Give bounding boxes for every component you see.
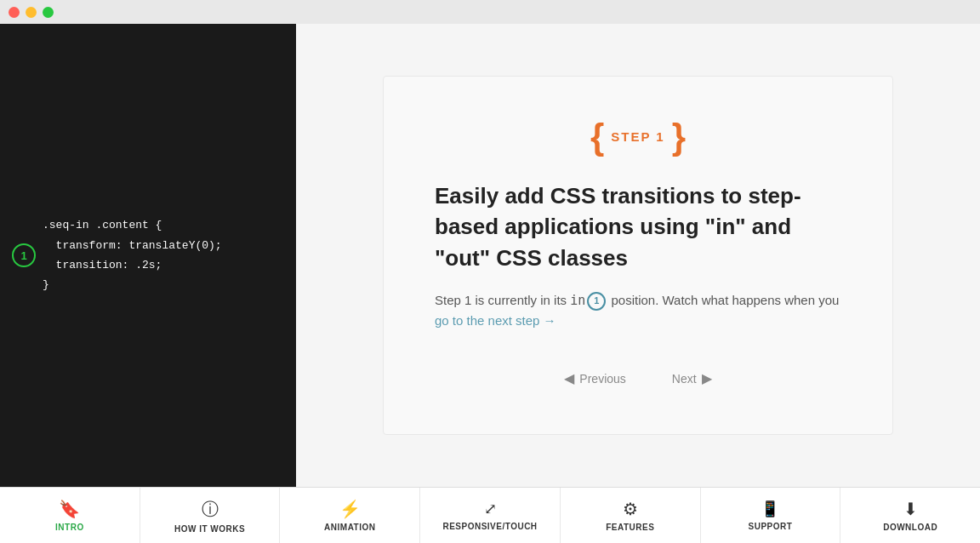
bolt-icon: ⚡: [339, 499, 361, 519]
nav-item-responsive-touch[interactable]: ⤢ RESPONSIVE/TOUCH: [420, 488, 561, 543]
next-label: Next: [672, 372, 697, 386]
minimize-button[interactable]: [26, 7, 37, 18]
card-navigation: ◀ Previous Next ▶: [435, 365, 841, 392]
step-header: { STEP 1 }: [435, 119, 841, 155]
download-icon: ⬇: [903, 499, 918, 519]
card-description: Step 1 is currently in its in1 position.…: [435, 290, 841, 331]
code-line-1: .seq-in .content {: [43, 215, 222, 235]
nav-label-download: DOWNLOAD: [883, 523, 937, 532]
card-title: Easily add CSS transitions to step-based…: [435, 180, 841, 273]
nav-label-support: SUPPORT: [749, 522, 793, 531]
close-button[interactable]: [9, 7, 20, 18]
next-arrow-icon: ▶: [702, 370, 712, 386]
right-panel: { STEP 1 } Easily add CSS transitions to…: [296, 24, 980, 487]
titlebar: [0, 0, 980, 24]
expand-icon: ⤢: [484, 500, 497, 518]
code-line-4: }: [43, 275, 222, 294]
maximize-button[interactable]: [43, 7, 54, 18]
nav-label-how-it-works: HOW IT WORKS: [174, 524, 245, 534]
nav-label-features: FEATURES: [606, 523, 654, 532]
code-line-3: transition: .2s;: [43, 255, 222, 275]
code-panel: 1 .seq-in .content { transform: translat…: [0, 24, 296, 487]
previous-button[interactable]: ◀ Previous: [554, 365, 635, 392]
bottom-navigation: 🔖 INTRO ⓘ HOW IT WORKS ⚡ ANIMATION ⤢ RES…: [0, 487, 980, 543]
next-step-link[interactable]: go to the next step →: [435, 313, 556, 328]
description-after: position. Watch what happens when you: [611, 293, 839, 307]
nav-item-intro[interactable]: 🔖 INTRO: [0, 488, 140, 543]
info-icon: ⓘ: [202, 498, 219, 521]
phone-icon: 📱: [761, 500, 779, 518]
nav-label-responsive-touch: RESPONSIVE/TOUCH: [442, 522, 537, 531]
content-card: { STEP 1 } Easily add CSS transitions to…: [383, 76, 893, 435]
nav-item-download[interactable]: ⬇ DOWNLOAD: [840, 488, 980, 543]
right-brace-icon: }: [672, 119, 686, 155]
next-button[interactable]: Next ▶: [662, 365, 722, 392]
prev-arrow-icon: ◀: [564, 370, 574, 386]
gear-icon: ⚙: [623, 499, 638, 519]
nav-label-intro: INTRO: [55, 523, 84, 532]
nav-label-animation: ANIMATION: [324, 523, 375, 532]
bookmark-icon: 🔖: [59, 499, 80, 519]
code-line-2: transform: translateY(0);: [43, 236, 222, 255]
step-label: STEP 1: [611, 129, 664, 144]
code-block: .seq-in .content { transform: translateY…: [43, 215, 222, 295]
step-indicator: 1: [12, 243, 36, 267]
nav-item-features[interactable]: ⚙ FEATURES: [561, 488, 701, 543]
previous-label: Previous: [579, 372, 625, 386]
main-content: 1 .seq-in .content { transform: translat…: [0, 24, 980, 487]
description-before: Step 1 is currently in its: [435, 293, 570, 307]
nav-item-animation[interactable]: ⚡ ANIMATION: [280, 488, 420, 543]
nav-item-support[interactable]: 📱 SUPPORT: [701, 488, 841, 543]
in-badge: 1: [587, 292, 606, 311]
nav-item-how-it-works[interactable]: ⓘ HOW IT WORKS: [140, 488, 281, 543]
left-brace-icon: {: [590, 119, 604, 155]
in-code: in: [570, 293, 585, 308]
